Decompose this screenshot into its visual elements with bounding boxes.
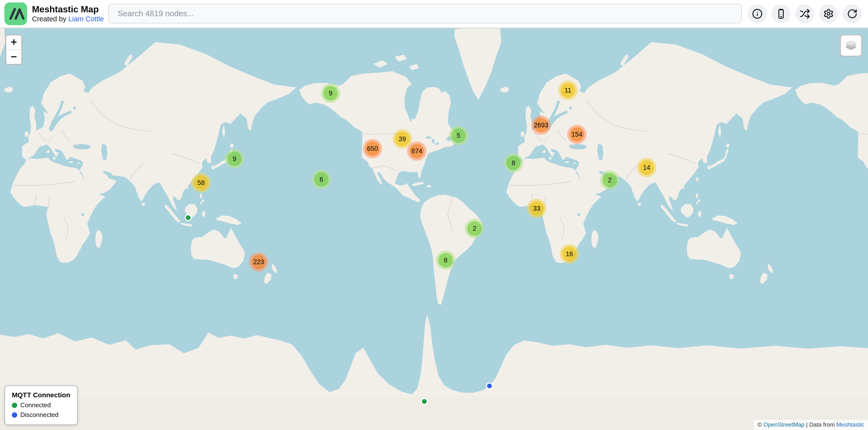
legend-title: MQTT Connection xyxy=(12,391,70,399)
legend-item-disconnected: Disconnected xyxy=(12,411,70,419)
search-input[interactable] xyxy=(108,4,742,24)
byline: Created by Liam Cottle xyxy=(32,15,104,23)
cluster-marker[interactable]: 5 xyxy=(449,126,468,145)
settings-button[interactable] xyxy=(819,4,838,23)
node-marker-connected[interactable] xyxy=(421,398,428,405)
meshtastic-link[interactable]: Meshtastic xyxy=(836,421,864,428)
map-attribution: © OpenStreetMap | Data from Meshtastic xyxy=(754,420,868,430)
cluster-count: 9 xyxy=(232,155,236,163)
brand-text: Meshtastic Map Created by Liam Cottle xyxy=(32,4,104,23)
cluster-marker[interactable]: 2 xyxy=(465,219,484,238)
attribution-middle: | Data from xyxy=(805,421,837,428)
cluster-count: 58 xyxy=(197,179,205,187)
openstreetmap-link[interactable]: OpenStreetMap xyxy=(764,421,804,428)
info-icon xyxy=(752,8,763,19)
cluster-count: 2 xyxy=(608,176,612,184)
brand: Meshtastic Map Created by Liam Cottle xyxy=(4,2,104,25)
cluster-marker[interactable]: 9 xyxy=(225,149,244,168)
cluster-marker[interactable]: 874 xyxy=(407,141,427,161)
cluster-marker[interactable]: 6 xyxy=(312,170,331,189)
connected-dot-icon xyxy=(12,403,17,408)
cluster-marker[interactable]: 33 xyxy=(527,199,547,218)
cluster-marker[interactable]: 2 xyxy=(600,170,620,190)
zoom-out-button[interactable]: − xyxy=(6,50,21,64)
cluster-count: 9 xyxy=(329,90,332,97)
disconnected-dot-icon xyxy=(12,412,17,418)
zoom-in-button[interactable]: + xyxy=(6,35,21,50)
node-marker-connected[interactable] xyxy=(185,214,192,221)
legend-item-connected: Connected xyxy=(12,401,70,409)
cluster-marker[interactable]: 650 xyxy=(363,139,382,158)
cluster-count: 39 xyxy=(399,135,406,143)
page-title: Meshtastic Map xyxy=(32,4,104,15)
mqtt-legend: MQTT Connection ConnectedDisconnected xyxy=(4,385,78,425)
cluster-count: 154 xyxy=(571,131,582,138)
mountains-glyph-icon xyxy=(4,2,27,25)
cluster-marker[interactable]: 14 xyxy=(637,158,656,177)
legend-items: ConnectedDisconnected xyxy=(12,401,70,419)
meshtastic-logo-icon[interactable] xyxy=(4,2,27,25)
refresh-icon xyxy=(847,8,858,19)
cluster-marker[interactable]: 8 xyxy=(436,251,455,270)
cluster-count: 16 xyxy=(566,250,573,258)
cluster-count: 11 xyxy=(564,87,571,94)
cluster-marker[interactable]: 154 xyxy=(567,125,587,144)
node-marker-disconnected[interactable] xyxy=(486,383,493,389)
markers-layer: 911269315439565087498142658332168223 xyxy=(0,28,868,430)
layers-icon xyxy=(845,39,857,52)
map-canvas[interactable]: 911269315439565087498142658332168223 + −… xyxy=(0,28,868,430)
legend-label: Disconnected xyxy=(20,411,59,419)
smartphone-button[interactable] xyxy=(772,4,790,23)
cluster-marker[interactable]: 16 xyxy=(560,244,579,264)
cluster-count: 8 xyxy=(512,159,515,167)
header: Meshtastic Map Created by Liam Cottle xyxy=(0,0,868,28)
cluster-count: 650 xyxy=(367,145,378,153)
cluster-count: 2693 xyxy=(534,122,548,129)
header-actions xyxy=(748,4,862,23)
cluster-count: 874 xyxy=(411,147,422,155)
cluster-count: 5 xyxy=(457,132,460,139)
smartphone-icon xyxy=(776,8,786,19)
cluster-count: 6 xyxy=(319,176,323,183)
cluster-marker[interactable]: 58 xyxy=(191,173,211,193)
cluster-marker[interactable]: 223 xyxy=(249,252,268,272)
info-button[interactable] xyxy=(748,4,767,23)
zoom-control: + − xyxy=(5,34,22,65)
cluster-count: 2 xyxy=(472,225,476,232)
legend-label: Connected xyxy=(20,401,51,409)
shuffle-button[interactable] xyxy=(795,4,814,23)
shuffle-icon xyxy=(800,8,810,19)
cluster-count: 14 xyxy=(643,164,650,171)
cluster-marker[interactable]: 9 xyxy=(321,84,340,103)
refresh-button[interactable] xyxy=(843,4,862,23)
author-link[interactable]: Liam Cottle xyxy=(68,15,104,23)
cluster-marker[interactable]: 2693 xyxy=(531,115,551,135)
cluster-marker[interactable]: 8 xyxy=(504,153,523,173)
cluster-count: 33 xyxy=(533,205,540,212)
settings-icon xyxy=(823,8,834,19)
attribution-copyright: © xyxy=(757,421,764,428)
cluster-count: 223 xyxy=(253,258,264,266)
cluster-marker[interactable]: 11 xyxy=(558,80,578,100)
layers-control[interactable] xyxy=(840,34,862,57)
byline-prefix: Created by xyxy=(32,15,68,23)
cluster-count: 8 xyxy=(444,257,447,264)
